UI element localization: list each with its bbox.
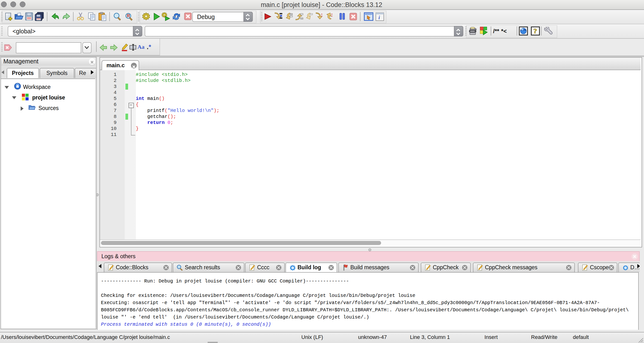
svg-text:i: i <box>378 14 380 20</box>
svg-text:R: R <box>127 13 130 18</box>
svg-text:?: ? <box>534 27 537 35</box>
